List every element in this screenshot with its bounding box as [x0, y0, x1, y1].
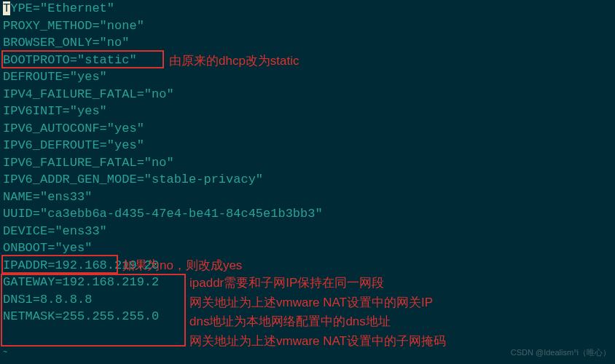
config-line: IPV6_FAILURE_FATAL="no": [3, 154, 612, 172]
annotation-ipaddr: ipaddr需要和子网IP保持在同一网段: [189, 274, 384, 292]
annotation-netmask: 网关地址为上述vmware NAT设置中的子网掩码: [189, 333, 446, 350]
config-line: TYPE="Ethernet": [3, 0, 612, 17]
config-line: DEFROUTE="yes": [3, 68, 612, 86]
config-line: IPV4_FAILURE_FATAL="no": [3, 86, 612, 103]
config-line: IPV6_DEFROUTE="yes": [3, 137, 612, 154]
tilde-marker: ~: [3, 344, 7, 362]
config-line: IPV6_AUTOCONF="yes": [3, 120, 612, 138]
annotation-bootproto: 由原来的dhcp改为static: [169, 52, 299, 70]
highlight-onboot: [1, 255, 118, 274]
config-line: IPV6INIT="yes": [3, 103, 612, 120]
annotation-dns: dns地址为本地网络配置中的dns地址: [189, 313, 391, 331]
highlight-network-block: [1, 274, 186, 347]
config-line: IPV6_ADDR_GEN_MODE="stable-privacy": [3, 171, 612, 189]
config-line: DEVICE="ens33": [3, 223, 612, 240]
line-text: YPE="Ethernet": [10, 1, 114, 15]
annotation-onboot: 如果为no，则改成yes: [122, 257, 242, 274]
config-line: BROWSER_ONLY="no": [3, 34, 612, 52]
config-line: UUID="ca3ebb6a-d435-47e4-be41-84c45e1b3b…: [3, 205, 612, 223]
cursor: T: [3, 1, 10, 15]
config-line: NAME="ens33": [3, 189, 612, 206]
highlight-bootproto: [1, 50, 164, 68]
annotation-gateway: 网关地址为上述vmware NAT设置中的网关IP: [189, 294, 433, 312]
watermark: CSDN @Idealism°i（唯心）: [511, 344, 611, 362]
config-line: PROXY_METHOD="none": [3, 17, 612, 35]
config-line: ONBOOT="yes": [3, 240, 612, 257]
